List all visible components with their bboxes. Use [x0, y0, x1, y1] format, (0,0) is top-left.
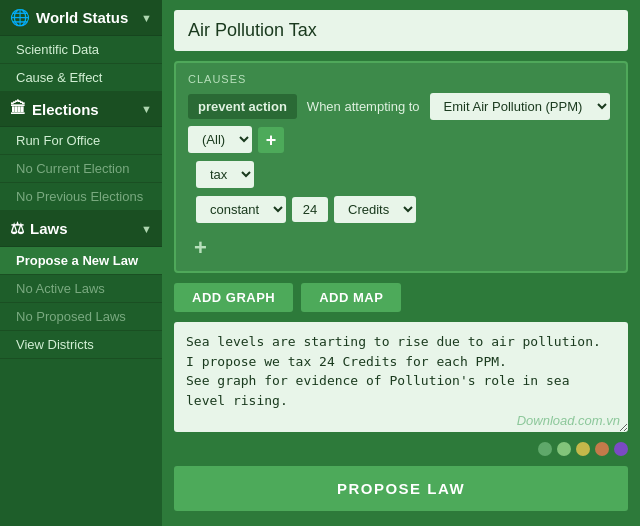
clause-row-1: prevent action When attempting to Emit A…: [188, 93, 614, 153]
world-status-chevron: ▼: [141, 12, 152, 24]
constant-select[interactable]: constant: [196, 196, 286, 223]
clause-row-2: tax: [188, 161, 614, 188]
sub-action-select[interactable]: tax: [196, 161, 254, 188]
elections-label: Elections: [32, 101, 99, 118]
add-map-button[interactable]: ADD MAP: [301, 283, 401, 312]
propose-law-button[interactable]: PROPOSE LAW: [174, 466, 628, 511]
sidebar-item-scientific-data[interactable]: Scientific Data: [0, 36, 162, 64]
world-status-label: World Status: [36, 9, 128, 26]
laws-chevron: ▼: [141, 223, 152, 235]
dot-1: [538, 442, 552, 456]
when-attempting-text: When attempting to: [303, 94, 424, 119]
sidebar-item-no-current-election: No Current Election: [0, 155, 162, 183]
sidebar-item-no-active-laws: No Active Laws: [0, 275, 162, 303]
sidebar-item-run-for-office[interactable]: Run For Office: [0, 127, 162, 155]
sidebar-item-no-previous-elections: No Previous Elections: [0, 183, 162, 211]
dot-4: [595, 442, 609, 456]
world-status-icon: 🌐: [10, 8, 30, 27]
add-graph-button[interactable]: ADD GRAPH: [174, 283, 293, 312]
sidebar: 🌐 World Status ▼ Scientific Data Cause &…: [0, 0, 162, 526]
add-clause-button[interactable]: +: [188, 235, 213, 261]
prevent-action-tag[interactable]: prevent action: [188, 94, 297, 119]
unit-select[interactable]: Credits: [334, 196, 416, 223]
clauses-label: CLAUSES: [188, 73, 614, 85]
color-dots-row: [174, 442, 628, 456]
elections-icon: 🏛: [10, 100, 26, 118]
constant-value: 24: [292, 197, 328, 222]
law-title-input[interactable]: [174, 10, 628, 51]
sidebar-item-cause-effect[interactable]: Cause & Effect: [0, 64, 162, 92]
clauses-box: CLAUSES prevent action When attempting t…: [174, 61, 628, 273]
dot-3: [576, 442, 590, 456]
description-wrapper: Sea levels are starting to rise due to a…: [174, 322, 628, 436]
button-row: ADD GRAPH ADD MAP: [174, 283, 628, 312]
elections-chevron: ▼: [141, 103, 152, 115]
dot-2: [557, 442, 571, 456]
dot-5: [614, 442, 628, 456]
sidebar-section-world-status[interactable]: 🌐 World Status ▼: [0, 0, 162, 36]
sidebar-section-laws[interactable]: ⚖ Laws ▼: [0, 211, 162, 247]
scope-select[interactable]: (All): [188, 126, 252, 153]
clause-row-3: constant 24 Credits: [188, 196, 614, 223]
laws-icon: ⚖: [10, 219, 24, 238]
sidebar-item-propose-new-law[interactable]: Propose a New Law: [0, 247, 162, 275]
sidebar-item-view-districts[interactable]: View Districts: [0, 331, 162, 359]
sidebar-section-elections[interactable]: 🏛 Elections ▼: [0, 92, 162, 127]
sidebar-item-no-proposed-laws: No Proposed Laws: [0, 303, 162, 331]
add-clause-condition-button[interactable]: +: [258, 127, 284, 153]
description-textarea[interactable]: Sea levels are starting to rise due to a…: [174, 322, 628, 432]
laws-label: Laws: [30, 220, 68, 237]
target-select[interactable]: Emit Air Pollution (PPM): [430, 93, 610, 120]
main-content: CLAUSES prevent action When attempting t…: [162, 0, 640, 526]
